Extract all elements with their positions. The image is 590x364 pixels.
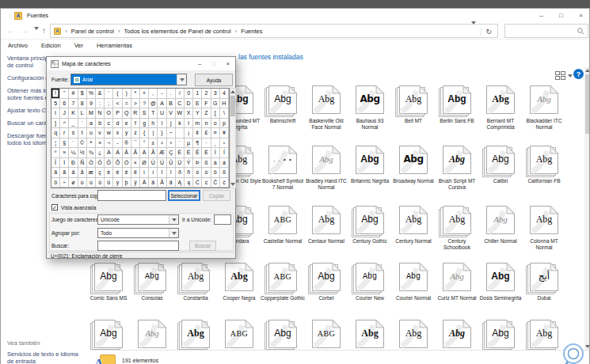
char-cell[interactable]: à: [211, 158, 220, 169]
char-cell[interactable]: g: [140, 119, 149, 129]
char-cell[interactable]: Q: [123, 108, 131, 119]
char-cell[interactable]: V: [167, 108, 176, 119]
minimize-button[interactable]: –: [531, 9, 551, 22]
char-cell[interactable]: ³: [167, 138, 176, 149]
char-cell[interactable]: ): [123, 89, 131, 99]
char-cell[interactable]: ó: [202, 168, 211, 178]
char-cell[interactable]: S: [140, 108, 149, 119]
char-cell[interactable]: À: [105, 148, 113, 158]
char-cell[interactable]: Ñ: [78, 158, 87, 169]
char-cell[interactable]: ñ: [185, 168, 193, 178]
char-cell[interactable]: ö: [51, 178, 60, 188]
char-cell[interactable]: Ú: [158, 158, 166, 169]
char-cell[interactable]: Þ: [193, 158, 202, 169]
grid-scroll-down-icon[interactable]: [230, 183, 235, 186]
char-cell[interactable]: =: [123, 99, 131, 109]
forward-button[interactable]: →: [21, 25, 29, 37]
char-cell[interactable]: ä: [69, 168, 78, 178]
char-cell[interactable]: Ä: [140, 148, 149, 158]
char-cell[interactable]: ć: [202, 178, 211, 188]
char-cell[interactable]: á: [220, 158, 229, 169]
breadcrumb-item[interactable]: Panel de control: [71, 28, 114, 35]
font-tile[interactable]: , . • •Bookshelf Symbol 7 Normal: [261, 146, 304, 191]
copy-button[interactable]: Copiar: [203, 190, 230, 201]
char-cell[interactable]: h: [149, 119, 158, 129]
char-cell[interactable]: B: [167, 99, 176, 109]
char-cell[interactable]: §: [60, 138, 69, 149]
font-tile[interactable]: AbgBell MT: [392, 85, 435, 124]
char-cell[interactable]: ^: [60, 119, 69, 129]
char-cell[interactable]: ¤: [211, 128, 220, 138]
grid-scroll-thumb[interactable]: [230, 96, 235, 116]
goto-unicode-input[interactable]: [214, 214, 231, 225]
char-cell[interactable]: 1: [193, 89, 202, 99]
char-cell[interactable]: ¢: [193, 128, 202, 138]
char-cell[interactable]: 6: [60, 99, 69, 109]
char-cell[interactable]: (: [113, 89, 122, 99]
char-cell[interactable]: @: [149, 99, 158, 109]
char-cell[interactable]: +: [140, 89, 149, 99]
char-cell[interactable]: °: [140, 138, 149, 149]
char-cell[interactable]: .: [167, 89, 176, 99]
char-cell[interactable]: F: [202, 99, 211, 109]
char-cell[interactable]: ã: [60, 168, 69, 178]
char-cell[interactable]: ±: [149, 138, 158, 149]
char-cell[interactable]: ¹: [220, 138, 229, 149]
char-cell[interactable]: ²: [158, 138, 166, 149]
char-cell[interactable]: P: [113, 108, 122, 119]
char-cell[interactable]: t: [78, 128, 87, 138]
char-cell[interactable]: ,: [149, 89, 158, 99]
char-cell[interactable]: {: [140, 128, 149, 138]
breadcrumb-item[interactable]: Todos los elementos de Panel de control: [124, 28, 231, 35]
char-cell[interactable]: Ç: [167, 148, 176, 158]
scroll-up-icon[interactable]: [585, 69, 590, 72]
char-cell[interactable]: Ë: [202, 148, 211, 158]
close-button[interactable]: ×: [571, 9, 590, 22]
char-cell[interactable]: J: [60, 108, 69, 119]
char-cell[interactable]: 3: [211, 89, 220, 99]
help-dialog-button[interactable]: Ayuda: [195, 74, 233, 86]
font-tile[interactable]: ABGCopperplate Gothic: [261, 263, 304, 301]
char-cell[interactable]: W: [176, 108, 185, 119]
char-cell[interactable]: d: [113, 119, 122, 129]
font-tile[interactable]: AbgColonna MT Normal: [523, 206, 565, 251]
char-cell[interactable]: L: [78, 108, 87, 119]
char-cell[interactable]: _: [69, 119, 78, 129]
char-cell[interactable]: ì: [140, 168, 149, 178]
char-cell[interactable]: â: [51, 168, 60, 178]
font-tile[interactable]: أبجDubai: [523, 263, 565, 301]
char-cell[interactable]: ¾: [87, 148, 96, 158]
char-cell[interactable]: b: [96, 119, 105, 129]
char-cell[interactable]: Ă: [158, 178, 166, 188]
font-tile[interactable]: AbgBaskerville Old Face Normal: [305, 85, 348, 131]
char-cell[interactable]: ¦: [51, 138, 60, 149]
char-cell[interactable]: ā: [149, 178, 158, 188]
char-cell[interactable]: p: [220, 119, 229, 129]
font-tile[interactable]: AbgCourier New: [348, 263, 391, 301]
char-cell[interactable]: :: [96, 99, 105, 109]
char-cell[interactable]: O: [105, 108, 113, 119]
char-cell[interactable]: /: [176, 89, 185, 99]
char-cell[interactable]: ü: [105, 178, 113, 188]
char-cell[interactable]: &: [96, 89, 105, 99]
scroll-down-icon[interactable]: [585, 345, 590, 348]
char-cell[interactable]: º: [51, 148, 60, 158]
char-cell[interactable]: ¶: [193, 138, 202, 149]
char-cell[interactable]: Ć: [193, 178, 202, 188]
character-grid-scrollbar[interactable]: [230, 88, 236, 188]
char-cell[interactable]: N: [96, 108, 105, 119]
char-cell[interactable]: ª: [87, 138, 96, 149]
char-cell[interactable]: w: [105, 128, 113, 138]
font-combobox[interactable]: OArial: [70, 74, 187, 85]
char-cell[interactable]: e: [123, 119, 131, 129]
char-cell[interactable]: þ: [123, 178, 131, 188]
char-cell[interactable]: Ô: [105, 158, 113, 169]
char-cell[interactable]: é: [113, 168, 122, 178]
char-cell[interactable]: 2: [202, 89, 211, 99]
font-tile[interactable]: AbgBrush Script MT Cursiva: [436, 146, 478, 191]
char-cell[interactable]: É: [185, 148, 193, 158]
char-cell[interactable]: [: [211, 108, 220, 119]
char-cell[interactable]: ý: [113, 178, 122, 188]
font-tile[interactable]: AbgComic Sans MS: [87, 263, 130, 301]
char-cell[interactable]: a: [87, 119, 96, 129]
